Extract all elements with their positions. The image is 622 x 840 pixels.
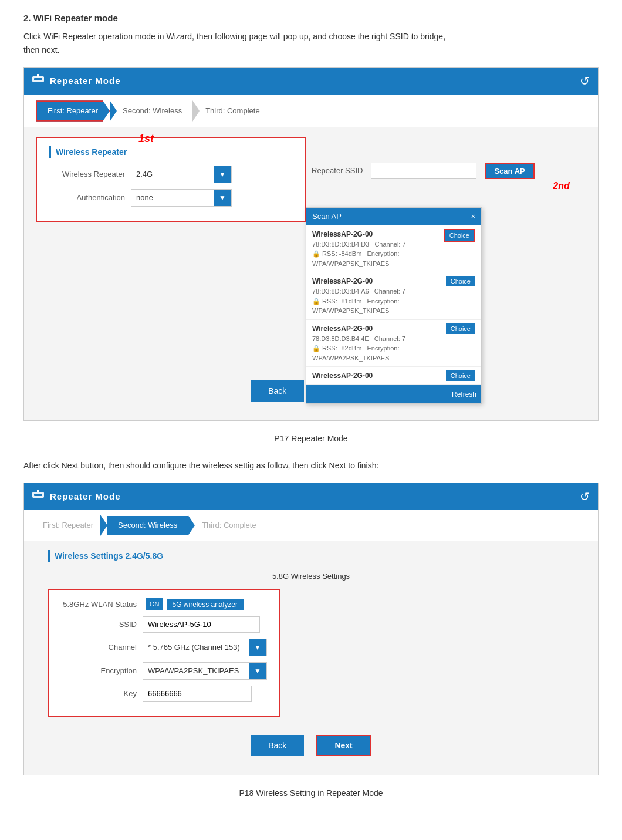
wireless-repeater-title: Wireless Repeater (49, 146, 293, 158)
authentication-row: Authentication none ▼ (49, 189, 293, 207)
choice-button-3[interactable]: Choice (446, 323, 475, 334)
repeater-ssid-input[interactable] (371, 163, 476, 179)
key-input[interactable] (143, 686, 252, 702)
encryption-value: WPA/WPA2PSK_TKIPAES (143, 663, 249, 679)
panel1-header: Repeater Mode ↺ (24, 68, 598, 95)
ssid-label: SSID (60, 619, 143, 630)
wlan-status-label: 5.8GHz WLAN Status (60, 599, 143, 610)
sub-section-title: 5.8G Wireless Settings (48, 571, 574, 582)
key-row: Key (60, 686, 267, 702)
panel2-back-icon[interactable]: ↺ (580, 488, 590, 505)
caption2: P18 Wireless Setting in Repeater Mode (23, 787, 599, 799)
encryption-select[interactable]: WPA/WPA2PSK_TKIPAES ▼ (143, 662, 267, 680)
wlan-status-row: 5.8GHz WLAN Status ON 5G wireless analyz… (60, 598, 267, 610)
panel1: Repeater Mode ↺ First: Repeater Second: … (23, 67, 599, 421)
panel1-back-button[interactable]: Back (251, 380, 304, 402)
svg-rect-1 (34, 78, 42, 80)
auth-label: Authentication (49, 192, 131, 204)
choice-button-4[interactable]: Choice (446, 370, 475, 381)
caption1: P17 Repeater Mode (23, 433, 599, 445)
channel-dropdown-btn[interactable]: ▼ (249, 639, 266, 656)
panel2: Repeater Mode ↺ First: Repeater Second: … (23, 483, 599, 775)
panel2-header-title: Repeater Mode (50, 490, 121, 504)
channel-value: * 5.765 GHz (Channel 153) (143, 639, 249, 656)
p2-step2-active[interactable]: Second: Wireless (107, 516, 188, 535)
encryption-row: Encryption WPA/WPA2PSK_TKIPAES ▼ (60, 662, 267, 680)
panel1-back-icon[interactable]: ↺ (580, 72, 590, 90)
panel1-body: 1st Wireless Repeater Wireless Repeater … (24, 127, 598, 420)
wr-value: 2.4G (131, 166, 214, 183)
step2-inactive: Second: Wireless (117, 102, 192, 120)
annotation-2nd: 2nd (553, 179, 569, 193)
scan-popup-title: Scan AP (312, 211, 342, 222)
refresh-button[interactable]: Refresh (452, 390, 476, 399)
scan-item: WirelessAP-2G-00 78:D3:8D:D3:B4:D3 Chann… (306, 225, 481, 273)
wireless-repeater-row: Wireless Repeater 2.4G ▼ (49, 166, 293, 183)
wr-label: Wireless Repeater (49, 168, 131, 180)
scan-ap-popup: Scan AP × WirelessAP-2G-00 78:D3:8D:D3:B… (306, 207, 482, 404)
auth-value: none (131, 190, 214, 206)
scan-item: WirelessAP-2G-00 Choice (306, 367, 481, 385)
scan-popup-body: WirelessAP-2G-00 78:D3:8D:D3:B4:D3 Chann… (306, 225, 481, 403)
svg-rect-2 (37, 74, 39, 77)
svg-rect-5 (37, 490, 39, 492)
panel2-body: Wireless Settings 2.4G/5.8G 5.8G Wireles… (24, 541, 598, 775)
scan-popup-header: Scan AP × (306, 208, 481, 225)
scan-ap-button[interactable]: Scan AP (485, 163, 534, 179)
key-label: Key (60, 688, 143, 700)
step3-inactive: Third: Complete (200, 102, 270, 120)
svg-rect-4 (34, 494, 42, 496)
p2-step1-inactive: First: Repeater (36, 516, 100, 535)
auth-dropdown-btn[interactable]: ▼ (214, 190, 231, 206)
channel-select[interactable]: * 5.765 GHz (Channel 153) ▼ (143, 639, 267, 656)
p2-step3-inactive: Third: Complete (195, 516, 263, 535)
scan-refresh-row: Refresh (306, 385, 481, 403)
panel2-header: Repeater Mode ↺ (24, 483, 598, 510)
panel1-header-title: Repeater Mode (50, 75, 121, 88)
wr-dropdown-btn[interactable]: ▼ (214, 166, 231, 183)
annotation-1st: 1st (138, 131, 154, 147)
panel2-wizard: First: Repeater Second: Wireless Third: … (24, 510, 598, 541)
channel-row: Channel * 5.765 GHz (Channel 153) ▼ (60, 639, 267, 656)
panel1-wizard: First: Repeater Second: Wireless Third: … (24, 95, 598, 127)
encryption-label: Encryption (60, 665, 143, 677)
repeater-ssid-area: Repeater SSID Scan AP 2nd (312, 163, 535, 179)
panel2-next-button[interactable]: Next (316, 735, 371, 756)
scan-item: WirelessAP-2G-00 78:D3:8D:D3:B4:4E Chann… (306, 320, 481, 367)
encryption-dropdown-btn[interactable]: ▼ (249, 663, 266, 679)
repeater-ssid-label: Repeater SSID (312, 165, 363, 177)
ssid-row: SSID (60, 616, 267, 633)
auth-select[interactable]: none ▼ (131, 189, 232, 207)
scan-item: WirelessAP-2G-00 78:D3:8D:D3:B4:A6 Chann… (306, 272, 481, 320)
choice-button-2[interactable]: Choice (446, 276, 475, 286)
channel-label: Channel (60, 642, 143, 653)
section1-title: 2. WiFi Repeater mode (23, 12, 599, 25)
section2-desc: After click Next button, then should con… (23, 459, 599, 473)
panel2-btn-row: Back Next (48, 726, 574, 765)
step1-active[interactable]: First: Repeater (36, 100, 110, 122)
wr-select[interactable]: 2.4G ▼ (131, 166, 232, 183)
scan-popup-close[interactable]: × (471, 211, 475, 222)
wireless-repeater-box: Wireless Repeater Wireless Repeater 2.4G… (36, 137, 306, 222)
section1-desc: Click WiFi Repeater operation mode in Wi… (23, 30, 599, 58)
wlan-settings-box: 5.8GHz WLAN Status ON 5G wireless analyz… (48, 589, 280, 717)
panel2-back-button[interactable]: Back (251, 735, 304, 756)
repeater-icon (32, 74, 44, 89)
ssid-input[interactable] (143, 616, 260, 633)
repeater-icon-2 (32, 490, 44, 504)
choice-button-1[interactable]: Choice (444, 229, 475, 242)
on-badge: ON (146, 598, 163, 610)
analyzer-button[interactable]: 5G wireless analyzer (167, 599, 244, 610)
ws-section-title: Wireless Settings 2.4G/5.8G (48, 550, 574, 562)
